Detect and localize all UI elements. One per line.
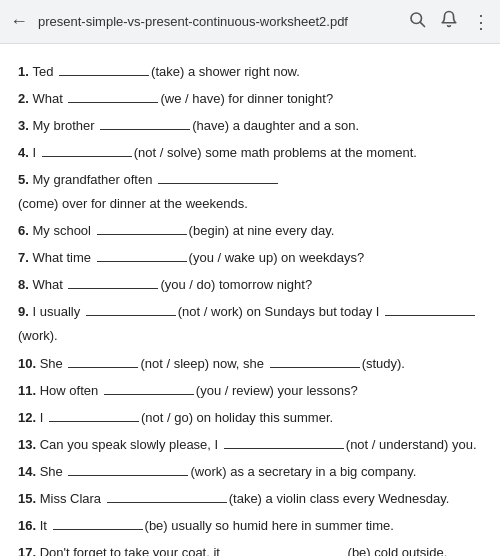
exercise-number: 16. [18, 514, 40, 538]
exercise-line: 14. She (work) as a secretary in a big c… [18, 460, 482, 484]
exercise-number: 9. [18, 300, 32, 324]
blank-input [100, 116, 190, 130]
exercise-number: 6. [18, 219, 32, 243]
exercise-text: (be) cold outside. [348, 541, 451, 556]
exercise-number: 7. [18, 246, 32, 270]
back-button[interactable]: ← [10, 11, 28, 32]
exercise-line: 11. How often (you / review) your lesson… [18, 379, 482, 403]
blank-input-long [68, 462, 188, 476]
blank-input [59, 62, 149, 76]
blank-input-long [224, 435, 344, 449]
exercise-line: 6. My school (begin) at nine every day. [18, 219, 482, 243]
exercise-line: 7. What time (you / wake up) on weekdays… [18, 246, 482, 270]
exercise-text: (study). [362, 352, 409, 376]
exercise-number: 8. [18, 273, 32, 297]
exercise-number: 17. [18, 541, 40, 556]
exercise-number: 1. [18, 60, 32, 84]
exercise-line: 1. Ted (take) a shower right now. [18, 60, 482, 84]
exercise-number: 10. [18, 352, 40, 376]
exercise-line: 12. I (not / go) on holiday this summer. [18, 406, 482, 430]
svg-line-1 [420, 22, 424, 26]
exercise-text: (be) usually so humid here in summer tim… [145, 514, 398, 538]
exercise-text: (come) over for dinner at the weekends. [18, 192, 251, 216]
blank-input [385, 302, 475, 316]
blank-input [104, 381, 194, 395]
blank-input [97, 248, 187, 262]
exercise-line: 15. Miss Clara (take) a violin class eve… [18, 487, 482, 511]
exercise-text: It [40, 514, 51, 538]
top-bar: ← present-simple-vs-present-continuous-w… [0, 0, 500, 44]
exercise-text: (work) as a secretary in a big company. [190, 460, 420, 484]
blank-input [68, 275, 158, 289]
exercise-text: My school [32, 219, 94, 243]
blank-input-long [107, 489, 227, 503]
bell-icon[interactable] [440, 10, 458, 33]
more-icon[interactable]: ⋮ [472, 11, 490, 33]
exercise-text: What [32, 87, 66, 111]
exercise-text: She [40, 460, 67, 484]
exercise-number: 12. [18, 406, 40, 430]
blank-input [270, 354, 360, 368]
exercise-text: (work). [18, 324, 61, 348]
exercise-text: (you / review) your lessons? [196, 379, 361, 403]
exercise-number: 4. [18, 141, 32, 165]
exercise-text: How often [40, 379, 102, 403]
exercise-text: (not / solve) some math problems at the … [134, 141, 421, 165]
exercise-text: (not / work) on Sundays but today I [178, 300, 383, 324]
exercise-text: (not / understand) you. [346, 433, 480, 457]
exercise-text: What time [32, 246, 94, 270]
blank-input-long [158, 170, 278, 184]
exercise-number: 15. [18, 487, 40, 511]
exercise-number: 14. [18, 460, 40, 484]
blank-input [86, 302, 176, 316]
exercise-text: Ted [32, 60, 57, 84]
exercise-number: 13. [18, 433, 40, 457]
exercise-text: (begin) at nine every day. [189, 219, 338, 243]
exercise-number: 3. [18, 114, 32, 138]
top-icons: ⋮ [408, 10, 490, 33]
exercise-text: (not / sleep) now, she [140, 352, 267, 376]
exercise-text: Don't forget to take your coat, it [40, 541, 224, 556]
exercise-text: (take) a shower right now. [151, 60, 303, 84]
blank-input [49, 408, 139, 422]
blank-input-long [226, 543, 346, 556]
exercise-line: 2. What (we / have) for dinner tonight? [18, 87, 482, 111]
exercise-line: 10. She (not / sleep) now, she (study). [18, 352, 482, 376]
exercise-line: 17. Don't forget to take your coat, it (… [18, 541, 482, 556]
exercise-text: She [40, 352, 67, 376]
exercise-line: 13. Can you speak slowly please, I (not … [18, 433, 482, 457]
exercise-text: (not / go) on holiday this summer. [141, 406, 337, 430]
exercise-line: 5. My grandfather often (come) over for … [18, 168, 482, 216]
exercise-line: 3. My brother (have) a daughter and a so… [18, 114, 482, 138]
blank-input [97, 221, 187, 235]
exercise-text: I usually [32, 300, 83, 324]
blank-input [68, 89, 158, 103]
blank-input [42, 143, 132, 157]
exercise-number: 5. [18, 168, 32, 192]
filename-label: present-simple-vs-present-continuous-wor… [38, 14, 408, 29]
exercise-text: I [40, 406, 47, 430]
exercise-text: My grandfather often [32, 168, 156, 192]
exercise-text: I [32, 141, 39, 165]
blank-input-short [68, 354, 138, 368]
exercise-text: (we / have) for dinner tonight? [160, 87, 336, 111]
exercise-text: (have) a daughter and a son. [192, 114, 363, 138]
exercise-text: My brother [32, 114, 98, 138]
exercise-text: (you / wake up) on weekdays? [189, 246, 368, 270]
exercise-text: Can you speak slowly please, I [40, 433, 222, 457]
exercise-line: 4. I (not / solve) some math problems at… [18, 141, 482, 165]
search-icon[interactable] [408, 10, 426, 33]
exercise-text: What [32, 273, 66, 297]
exercise-number: 2. [18, 87, 32, 111]
exercise-text: (you / do) tomorrow night? [160, 273, 315, 297]
exercise-text: (take) a violin class every Wednesday. [229, 487, 453, 511]
exercise-line: 8. What (you / do) tomorrow night? [18, 273, 482, 297]
exercise-content: 1. Ted (take) a shower right now. 2. Wha… [0, 44, 500, 556]
exercise-line: 16. It (be) usually so humid here in sum… [18, 514, 482, 538]
exercise-line: 9. I usually (not / work) on Sundays but… [18, 300, 482, 348]
exercise-text: Miss Clara [40, 487, 105, 511]
blank-input [53, 516, 143, 530]
exercise-number: 11. [18, 379, 40, 403]
